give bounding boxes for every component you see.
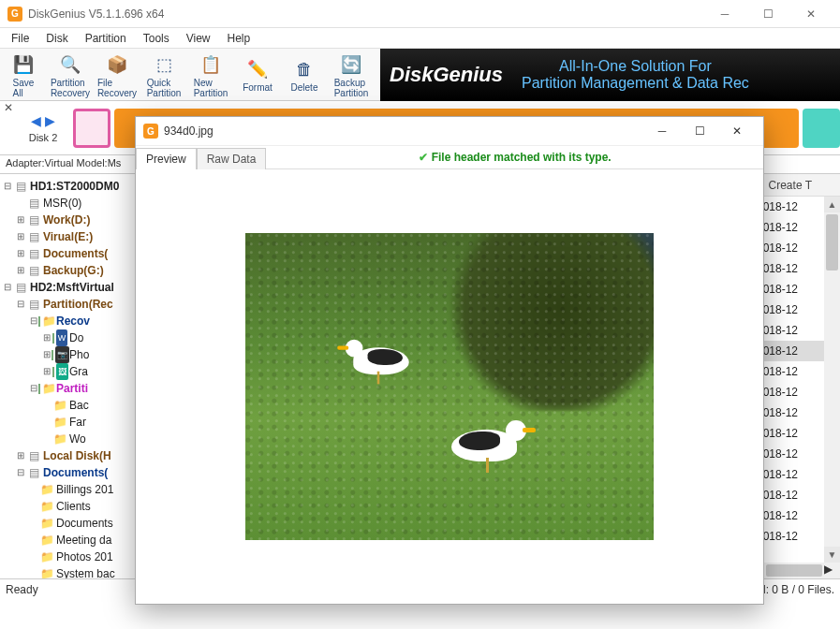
col-create-time[interactable]: Create T (769, 179, 812, 192)
scroll-down-icon[interactable]: ▼ (824, 547, 840, 563)
menu-tools[interactable]: Tools (136, 30, 177, 47)
list-row-date[interactable]: 2018-12 (757, 217, 824, 238)
preview-titlebar[interactable]: G 934d0.jpg ─ ☐ ✕ (136, 117, 763, 145)
partition-bar-1[interactable] (73, 109, 111, 148)
tool-backup-partition[interactable]: 🔄BackupPartition (328, 49, 375, 101)
preview-minimize-button[interactable]: ─ (643, 124, 681, 138)
menu-partition[interactable]: Partition (78, 30, 134, 47)
preview-close-button[interactable]: ✕ (718, 124, 756, 138)
close-button[interactable]: ✕ (789, 0, 833, 28)
maximize-button[interactable]: ☐ (746, 0, 789, 28)
menu-view[interactable]: View (179, 30, 218, 47)
list-row-date[interactable]: 2018-12 (757, 279, 824, 300)
list-row-date[interactable]: 2018-12 (757, 382, 824, 402)
list-row-date[interactable]: 2018-12 (757, 258, 824, 279)
tool-file-recovery[interactable]: 📦FileRecovery (94, 49, 140, 101)
tool-delete[interactable]: 🗑Delete (281, 49, 328, 101)
partition-bar-3[interactable] (803, 109, 840, 148)
disk-label: Disk 2 (29, 132, 58, 143)
scroll-thumb[interactable] (826, 214, 838, 271)
tool-format[interactable]: ✏️Format (234, 49, 281, 101)
check-icon: ✔ (419, 151, 428, 164)
app-icon: G (7, 7, 22, 22)
brand-banner: DiskGenius All-In-One Solution ForPartit… (380, 49, 840, 101)
preview-image-area (136, 169, 763, 604)
preview-filename: 934d0.jpg (164, 124, 214, 138)
preview-app-icon: G (143, 124, 158, 139)
minimize-button[interactable]: ─ (703, 0, 746, 28)
menu-help[interactable]: Help (220, 30, 258, 47)
list-row-date[interactable]: 2018-12 (757, 526, 824, 547)
preview-window: G 934d0.jpg ─ ☐ ✕ Preview Raw Data ✔File… (135, 116, 764, 605)
main-titlebar: G DiskGenius V5.1.1.696 x64 ─ ☐ ✕ (0, 0, 840, 28)
tab-raw-data[interactable]: Raw Data (197, 148, 267, 169)
list-row-date[interactable]: 2018-12 (757, 402, 824, 423)
list-row-date[interactable]: 2018-12 (757, 423, 824, 444)
vertical-scrollbar[interactable]: ▲ ▼ (824, 197, 840, 563)
toolbar: 💾SaveAll🔍PartitionRecovery📦FileRecovery⬚… (0, 49, 840, 101)
list-row-date[interactable]: 2018-12 (757, 444, 824, 464)
menu-disk[interactable]: Disk (38, 30, 75, 47)
list-row-date[interactable]: 2018-12 (757, 464, 824, 485)
nav-next-icon[interactable]: ▶ (45, 113, 55, 128)
tool-quick-partition[interactable]: ⬚QuickPartition (140, 49, 187, 101)
list-row-date[interactable]: 2018-12 (757, 505, 824, 526)
header-match-message: ✔File header matched with its type. (266, 151, 763, 164)
tool-partition-recovery[interactable]: 🔍PartitionRecovery (47, 49, 94, 101)
window-title: DiskGenius V5.1.1.696 x64 (28, 7, 164, 21)
menubar: FileDiskPartitionToolsViewHelp (0, 28, 840, 49)
preview-maximize-button[interactable]: ☐ (681, 124, 718, 138)
panel-close-icon[interactable]: ✕ (0, 101, 17, 114)
list-row-date[interactable]: 2018-12 (757, 197, 824, 217)
tab-preview[interactable]: Preview (136, 148, 197, 169)
preview-image (245, 233, 654, 540)
list-row-date[interactable]: 2018-12 (757, 238, 824, 258)
list-row-date[interactable]: 2018-12 (757, 300, 824, 320)
list-row-date[interactable]: 2018-12 (757, 320, 824, 341)
nav-prev-icon[interactable]: ◀ (31, 113, 41, 128)
menu-file[interactable]: File (4, 30, 37, 47)
list-row-date[interactable]: 2018-12 (757, 485, 824, 505)
banner-brand: DiskGenius (390, 63, 503, 87)
list-row-date[interactable]: 2018-12 (757, 361, 824, 382)
list-row-date[interactable]: 2018-12 (757, 341, 824, 361)
tool-save-all[interactable]: 💾SaveAll (0, 49, 47, 101)
scroll-up-icon[interactable]: ▲ (824, 197, 840, 212)
tool-new-partition[interactable]: 📋NewPartition (187, 49, 234, 101)
